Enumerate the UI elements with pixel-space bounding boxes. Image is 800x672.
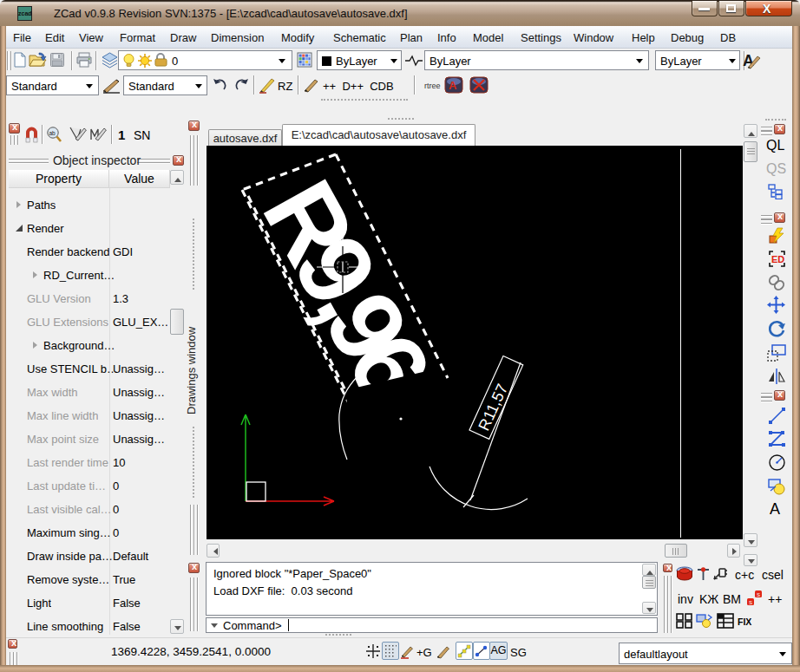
svg-text:S: S bbox=[757, 592, 760, 597]
svg-text:S: S bbox=[749, 600, 752, 605]
svg-text:A: A bbox=[449, 79, 457, 92]
svg-text:R11,57: R11,57 bbox=[475, 382, 512, 434]
svg-text:ab: ab bbox=[49, 130, 56, 136]
svg-text:ED: ED bbox=[771, 254, 784, 264]
